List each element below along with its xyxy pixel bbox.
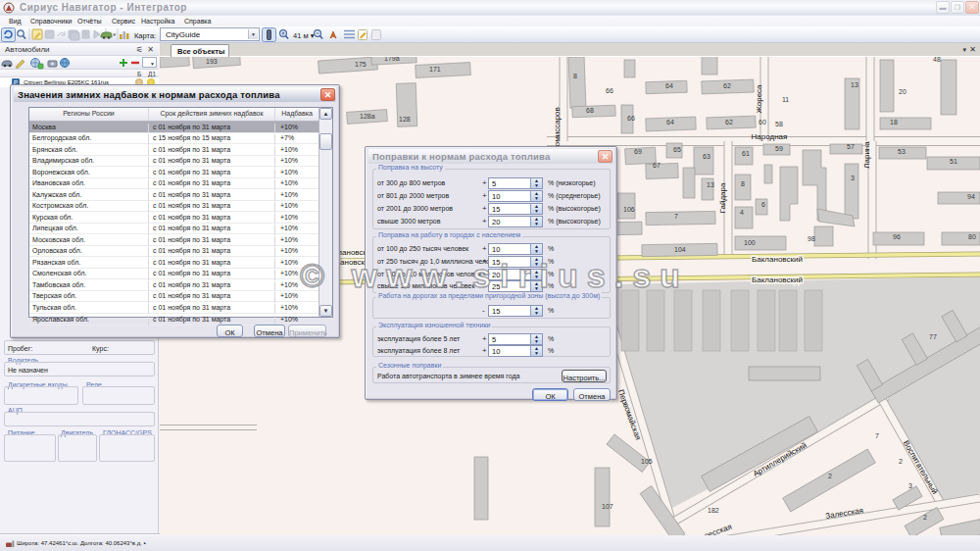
- svg-text:67: 67: [653, 162, 661, 169]
- svg-text:3: 3: [908, 482, 912, 489]
- svg-text:Жореса: Жореса: [755, 84, 763, 114]
- svg-text:18: 18: [890, 119, 898, 125]
- svg-text:63: 63: [703, 153, 710, 160]
- svg-text:94: 94: [967, 193, 975, 200]
- svg-text:6: 6: [761, 201, 765, 208]
- svg-text:69: 69: [634, 148, 642, 155]
- svg-text:Гайдара: Гайдара: [718, 182, 727, 213]
- svg-text:11: 11: [782, 96, 789, 103]
- svg-text:51: 51: [950, 158, 957, 165]
- svg-text:98: 98: [808, 235, 815, 242]
- svg-text:64: 64: [665, 82, 673, 89]
- svg-text:2: 2: [828, 473, 832, 479]
- svg-text:182: 182: [708, 507, 719, 514]
- svg-text:128: 128: [399, 116, 411, 123]
- svg-text:61: 61: [742, 150, 750, 157]
- svg-text:Народная: Народная: [752, 132, 788, 141]
- svg-text:64: 64: [666, 119, 674, 125]
- svg-text:62: 62: [723, 82, 731, 89]
- svg-text:53: 53: [898, 148, 906, 155]
- svg-text:57: 57: [847, 143, 855, 150]
- svg-text:100: 100: [744, 239, 756, 246]
- svg-text:60: 60: [759, 119, 766, 125]
- svg-text:179а: 179а: [384, 57, 400, 62]
- svg-text:80: 80: [968, 233, 976, 240]
- svg-text:комиссаров: комиссаров: [553, 107, 562, 150]
- svg-text:104: 104: [674, 246, 686, 253]
- svg-text:Ларина: Ларина: [862, 141, 871, 169]
- svg-text:7: 7: [674, 213, 678, 220]
- svg-text:4: 4: [740, 209, 744, 216]
- svg-text:77: 77: [929, 333, 937, 340]
- svg-text:68: 68: [586, 107, 594, 114]
- svg-text:66: 66: [606, 87, 613, 94]
- svg-text:Баклановский: Баклановский: [752, 276, 803, 284]
- svg-text:13: 13: [707, 181, 714, 188]
- svg-text:96: 96: [893, 233, 901, 240]
- svg-text:58: 58: [775, 121, 783, 127]
- svg-text:62: 62: [725, 119, 733, 125]
- svg-text:2: 2: [923, 514, 927, 521]
- svg-text:128а: 128а: [360, 113, 375, 120]
- svg-text:105: 105: [641, 458, 653, 465]
- svg-text:20: 20: [899, 88, 906, 95]
- svg-text:8: 8: [573, 73, 577, 79]
- svg-text:2: 2: [899, 458, 903, 465]
- svg-text:175: 175: [355, 61, 367, 68]
- svg-text:171: 171: [429, 66, 441, 73]
- svg-text:106: 106: [623, 206, 635, 213]
- svg-text:107: 107: [602, 503, 613, 510]
- svg-text:8: 8: [741, 180, 745, 187]
- svg-text:3: 3: [851, 175, 855, 181]
- svg-text:66: 66: [627, 115, 635, 122]
- svg-text:7: 7: [875, 432, 879, 439]
- svg-text:48: 48: [933, 57, 941, 63]
- svg-text:59: 59: [775, 145, 783, 152]
- svg-text:65: 65: [673, 146, 681, 153]
- svg-text:Баклановский: Баклановский: [752, 255, 803, 264]
- svg-text:193: 193: [206, 58, 218, 65]
- svg-text:13: 13: [851, 81, 858, 88]
